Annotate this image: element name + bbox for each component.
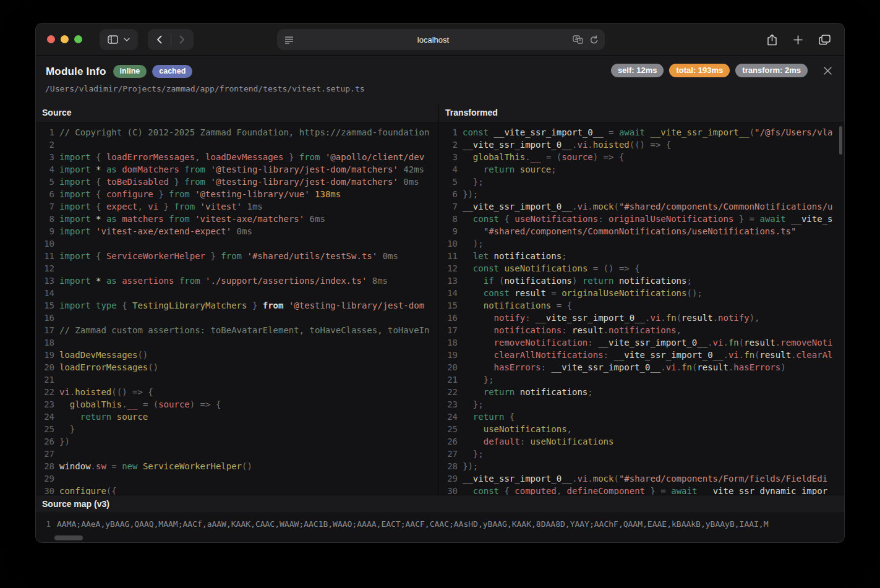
- code-text: const result = originalUseNotifications(…: [463, 287, 703, 299]
- code-line: 28});: [439, 460, 844, 472]
- code-text: loadErrorMessages(): [59, 361, 158, 373]
- line-number: 18: [439, 336, 458, 349]
- transformed-panel: Transformed 1const __vite_ssr_import_0__…: [439, 104, 844, 495]
- code-line: 8 const { useNotifications: originalUseN…: [439, 213, 844, 225]
- code-line: 26}): [36, 435, 438, 448]
- code-text: import { toBeDisabled } from '@testing-l…: [59, 176, 419, 188]
- timing-badge-0: self: 12ms: [611, 64, 664, 77]
- code-text: const { computed, defineComponent } = aw…: [463, 485, 827, 495]
- code-text: import type { TestingLibraryMatchers } f…: [59, 299, 424, 312]
- zoom-window-button[interactable]: [74, 35, 82, 43]
- line-number: 14: [439, 287, 458, 299]
- code-line: 1const __vite_ssr_import_0__ = await __v…: [439, 126, 844, 138]
- code-text: import { ServiceWorkerHelper } from '#sh…: [59, 250, 398, 262]
- code-line: 30configure({: [36, 485, 438, 495]
- line-number: 6: [439, 188, 458, 200]
- code-text: clearAllNotifications: __vite_ssr_import…: [463, 349, 833, 361]
- line-number: 24: [36, 411, 54, 423]
- line-number: 19: [36, 349, 54, 361]
- code-line: 21 };: [439, 373, 844, 386]
- forward-button[interactable]: [171, 29, 194, 50]
- code-line: 14 const result = originalUseNotificatio…: [439, 287, 844, 299]
- line-number: 1: [439, 126, 458, 138]
- line-number: 30: [36, 485, 54, 495]
- line-number: 9: [439, 225, 458, 237]
- code-line: 24 return {: [439, 411, 844, 423]
- line-number: 21: [439, 373, 458, 386]
- close-icon: [823, 66, 832, 75]
- sidebar-toggle-button[interactable]: [100, 29, 138, 50]
- sourcemap-title: Source map (v3): [36, 495, 844, 513]
- line-number: 29: [36, 472, 54, 485]
- code-line: 11import { ServiceWorkerHelper } from '#…: [36, 250, 438, 262]
- line-number: 28: [36, 460, 54, 472]
- code-line: 27: [36, 448, 438, 460]
- code-line: 30 const { computed, defineComponent } =…: [439, 485, 844, 495]
- module-badge-0: inline: [113, 65, 147, 78]
- share-icon[interactable]: [767, 34, 777, 46]
- code-text: removeNotification: __vite_ssr_import_0_…: [463, 336, 833, 349]
- transformed-code[interactable]: 1const __vite_ssr_import_0__ = await __v…: [439, 122, 844, 495]
- line-number: 23: [439, 398, 458, 411]
- titlebar-right-actions: [767, 29, 831, 50]
- line-number: 12: [439, 262, 458, 275]
- navigation-buttons: [148, 29, 194, 50]
- source-code[interactable]: 1// Copyright (C) 2012-2025 Zammad Found…: [36, 122, 438, 495]
- horizontal-scrollbar-thumb[interactable]: [54, 535, 83, 540]
- code-line: 1// Copyright (C) 2012-2025 Zammad Found…: [36, 126, 438, 138]
- tab-overview-icon[interactable]: [819, 35, 831, 45]
- code-text: vi.hoisted(() => {: [59, 386, 153, 398]
- code-text: import 'vitest-axe/extend-expect' 0ms: [59, 225, 252, 237]
- code-text: hasErrors: __vite_ssr_import_0__.vi.fn(r…: [463, 361, 786, 373]
- line-number: 18: [36, 336, 54, 349]
- line-number: 7: [439, 200, 458, 213]
- code-text: // Zammad custom assertions: toBeAvatarE…: [59, 324, 429, 336]
- code-line: 25 }: [36, 423, 438, 435]
- line-number: 25: [36, 423, 54, 435]
- back-button[interactable]: [148, 29, 171, 50]
- code-line: 13 if (notifications) return notificatio…: [439, 275, 844, 287]
- close-panel-button[interactable]: [821, 64, 834, 77]
- new-tab-icon[interactable]: [793, 35, 803, 45]
- code-panels: Source 1// Copyright (C) 2012-2025 Zamma…: [36, 104, 844, 495]
- url-text[interactable]: localhost: [294, 35, 573, 45]
- code-text: useNotifications,: [463, 423, 572, 435]
- sidebar-icon: [108, 35, 118, 44]
- code-text: globalThis.__ = (source) => {: [463, 151, 624, 163]
- translate-icon[interactable]: A: [573, 35, 583, 44]
- reload-icon[interactable]: [589, 35, 599, 45]
- code-line: 14: [36, 287, 438, 299]
- code-line: 23 globalThis.__ = (source) => {: [36, 398, 438, 411]
- minimize-window-button[interactable]: [61, 35, 69, 43]
- transformed-panel-title: Transformed: [439, 104, 844, 122]
- browser-titlebar: localhost A: [36, 23, 844, 56]
- vertical-scrollbar-thumb[interactable]: [839, 126, 842, 155]
- code-line: 4import * as domMatchers from '@testing-…: [36, 163, 438, 176]
- code-text: default: useNotifications: [463, 435, 613, 448]
- address-bar[interactable]: localhost A: [277, 29, 605, 50]
- module-info-header: Module Info inlinecached self: 12mstotal…: [36, 56, 844, 104]
- code-text: import * as assertions from './support/a…: [59, 275, 388, 287]
- traffic-lights: [47, 35, 82, 43]
- code-text: };: [463, 398, 484, 411]
- browser-window: localhost A Module Info: [36, 23, 844, 542]
- line-number: 6: [36, 188, 54, 200]
- code-line: 22 return notifications;: [439, 386, 844, 398]
- code-text: if (notifications) return notifications;: [463, 275, 692, 287]
- reader-mode-icon[interactable]: [284, 36, 294, 44]
- code-text: return notifications;: [463, 386, 593, 398]
- line-number: 13: [439, 275, 458, 287]
- code-text: return source;: [463, 163, 557, 176]
- timing-badge-2: transform: 2ms: [735, 64, 808, 77]
- code-line: 27 };: [439, 448, 844, 460]
- code-text: }: [59, 423, 75, 435]
- sourcemap-area: 1 AAMA;AAeA,yBAAG,QAAQ,MAAM;AACf,aAAW,KA…: [36, 513, 844, 542]
- close-window-button[interactable]: [47, 35, 55, 43]
- source-panel-title: Source: [36, 104, 438, 122]
- code-line: 24 return source: [36, 411, 438, 423]
- line-number: 10: [439, 237, 458, 250]
- code-line: 7__vite_ssr_import_0__.vi.mock("#shared/…: [439, 200, 844, 213]
- line-number: 28: [439, 460, 458, 472]
- line-number: 20: [439, 361, 458, 373]
- line-number: 19: [439, 349, 458, 361]
